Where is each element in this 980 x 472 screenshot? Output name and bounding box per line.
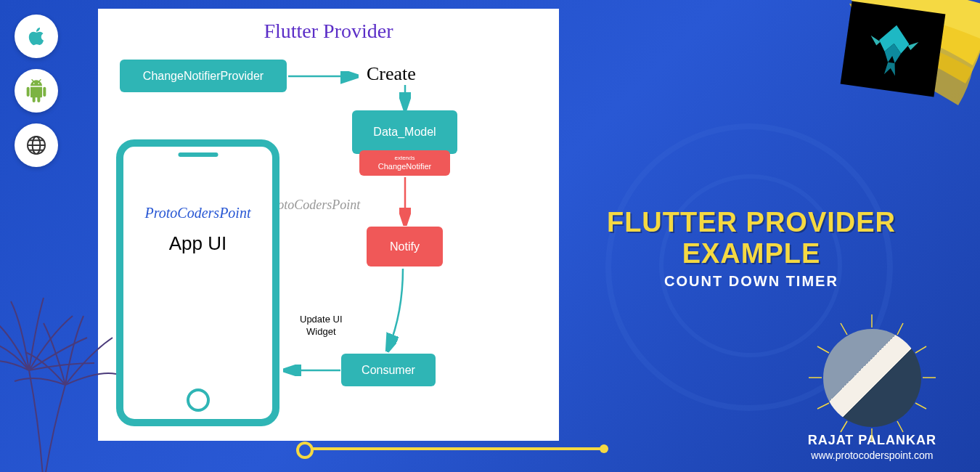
notify-box: Notify: [367, 227, 443, 266]
author-section: RAJAT PALANKAR www.protocoderspoint.com: [808, 329, 936, 461]
sub-title: COUNT DOWN TIMER: [563, 273, 940, 290]
palm-leaf-decoration: [0, 283, 116, 472]
svg-line-7: [897, 323, 903, 335]
arrow-cn-to-notify: [399, 177, 414, 228]
flutter-logo-box: [841, 1, 946, 97]
title-section: FLUTTER PROVIDER EXAMPLE COUNT DOWN TIME…: [563, 207, 940, 290]
author-avatar: [823, 329, 921, 427]
phone-brand-text: ProtoCodersPoint: [123, 205, 272, 221]
svg-line-16: [817, 346, 829, 353]
flutter-provider-diagram: Flutter Provider ChangeNotifierProvider …: [98, 9, 559, 441]
platform-icons-column: [15, 15, 58, 167]
author-url: www.protocoderspoint.com: [808, 449, 936, 461]
svg-line-8: [915, 346, 926, 353]
web-icon: [15, 123, 58, 167]
arrow-create-to-datamodel: [399, 85, 414, 113]
android-icon: [15, 69, 58, 113]
arrow-consumer-to-phone: [281, 365, 343, 379]
phone-mockup: ProtoCodersPoint App UI: [116, 139, 279, 426]
changenotifier-box: extendsChangeNotifier: [359, 150, 450, 176]
phone-appui-text: App UI: [123, 232, 272, 255]
svg-line-13: [841, 421, 847, 432]
changenotifierprovider-box: ChangeNotifierProvider: [120, 60, 287, 92]
datamodel-box: Data_Model: [352, 110, 457, 154]
arrow-notify-to-consumer: [377, 269, 414, 356]
diagram-title: Flutter Provider: [116, 20, 541, 43]
svg-line-11: [897, 421, 903, 432]
phone-speaker: [178, 152, 218, 157]
apple-icon: [15, 15, 58, 58]
svg-line-10: [915, 403, 926, 409]
phone-home-button: [187, 388, 210, 412]
sunburst-decoration: [809, 314, 936, 442]
create-label: Create: [367, 63, 416, 85]
svg-line-14: [817, 403, 829, 409]
main-title: FLUTTER PROVIDER EXAMPLE: [563, 207, 940, 269]
updateui-label: Update UIWidget: [300, 314, 343, 338]
decorative-bottom-line: [305, 447, 603, 450]
consumer-box: Consumer: [341, 354, 436, 386]
arrow-cnp-to-create: [288, 70, 361, 85]
svg-line-17: [841, 323, 847, 335]
